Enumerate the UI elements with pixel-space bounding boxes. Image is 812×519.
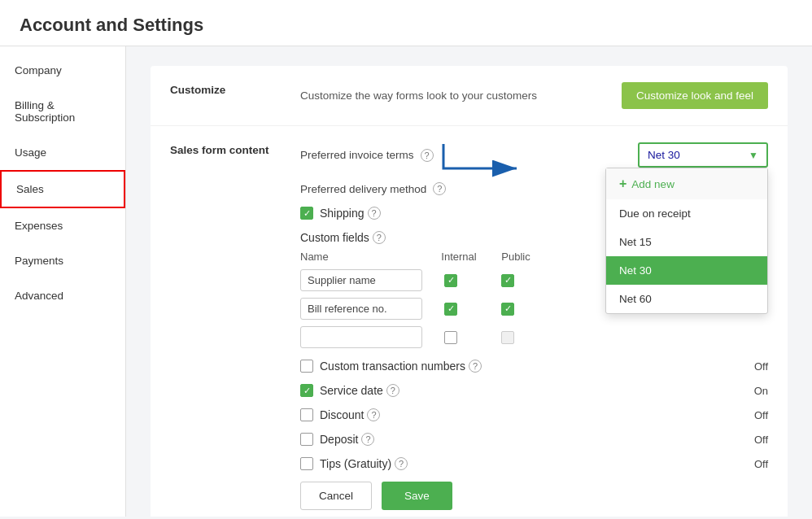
service-date-checkbox[interactable] [300, 384, 313, 397]
delivery-method-label: Preferred delivery method [300, 183, 426, 195]
invoice-terms-dropdown-menu: + Add new Due on receipt Net 15 [605, 168, 768, 314]
deposit-status: Off [754, 434, 768, 446]
cf-col-public: Public [487, 251, 544, 263]
save-button[interactable]: Save [382, 482, 452, 510]
toggle-custom-transaction: Custom transaction numbers ? Off [300, 360, 768, 373]
cf-col-name: Name [300, 251, 430, 263]
invoice-terms-help-icon[interactable]: ? [421, 149, 434, 162]
plus-icon: + [619, 177, 626, 191]
custom-transaction-label: Custom transaction numbers [320, 360, 465, 373]
footer-buttons: Cancel Save [300, 482, 768, 510]
delivery-method-help-icon[interactable]: ? [433, 182, 446, 195]
discount-checkbox[interactable] [300, 408, 313, 421]
dropdown-add-new[interactable]: + Add new [606, 168, 767, 199]
sidebar: Company Billing & Subscription Usage Sal… [0, 46, 126, 517]
cf-row3-internal-checkbox[interactable] [444, 331, 457, 344]
invoice-terms-dropdown[interactable]: Net 30 ▼ [638, 142, 768, 168]
customize-section: Customize Customize the way forms look t… [151, 66, 788, 126]
dropdown-due-on-receipt[interactable]: Due on receipt [606, 199, 767, 228]
toggle-service-date: Service date ? On [300, 384, 768, 397]
invoice-terms-label: Preferred invoice terms [300, 149, 414, 161]
tips-checkbox[interactable] [300, 457, 313, 470]
shipping-label: Shipping [320, 207, 365, 220]
sales-form-label: Sales form content [170, 144, 269, 156]
service-date-status: On [754, 385, 768, 397]
cf-input-3[interactable] [300, 326, 422, 348]
cf-row2-public-checkbox[interactable] [501, 303, 514, 316]
cf-input-1[interactable] [300, 269, 422, 291]
sales-form-section: Sales form content Preferred invoice ter… [151, 126, 788, 517]
sidebar-item-usage[interactable]: Usage [0, 135, 125, 170]
discount-status: Off [754, 409, 768, 421]
customize-look-feel-button[interactable]: Customize look and feel [622, 82, 768, 109]
deposit-help-icon[interactable]: ? [361, 433, 374, 446]
cf-input-2[interactable] [300, 298, 422, 320]
discount-label: Discount [320, 408, 364, 421]
custom-fields-label: Custom fields [300, 231, 369, 244]
service-date-help-icon[interactable]: ? [386, 384, 399, 397]
dropdown-net-30[interactable]: Net 30 [606, 256, 767, 285]
sidebar-item-expenses[interactable]: Expenses [0, 208, 125, 243]
customize-label: Customize [170, 84, 225, 96]
toggle-deposit: Deposit ? Off [300, 433, 768, 446]
toggle-tips: Tips (Gratuity) ? Off [300, 457, 768, 470]
main-content: Customize Customize the way forms look t… [126, 46, 812, 517]
shipping-checkbox[interactable] [300, 207, 313, 220]
invoice-terms-value: Net 30 [648, 149, 742, 161]
sidebar-item-advanced[interactable]: Advanced [0, 278, 125, 313]
cf-row1-internal-checkbox[interactable] [444, 274, 457, 287]
cf-row2-internal-checkbox[interactable] [444, 303, 457, 316]
dropdown-net-60[interactable]: Net 60 [606, 285, 767, 313]
customize-description: Customize the way forms look to your cus… [300, 89, 537, 102]
cf-col-internal: Internal [430, 251, 487, 263]
sidebar-item-billing[interactable]: Billing & Subscription [0, 88, 125, 135]
deposit-checkbox[interactable] [300, 433, 313, 446]
tips-help-icon[interactable]: ? [395, 457, 408, 470]
cf-row3-public-checkbox[interactable] [501, 331, 514, 344]
sidebar-item-company[interactable]: Company [0, 53, 125, 88]
custom-transaction-checkbox[interactable] [300, 360, 313, 373]
service-date-label: Service date [320, 384, 383, 397]
toggle-discount: Discount ? Off [300, 408, 768, 421]
sidebar-item-sales[interactable]: Sales [0, 170, 125, 208]
dropdown-net-15[interactable]: Net 15 [606, 228, 767, 256]
tips-label: Tips (Gratuity) [320, 457, 391, 470]
custom-transaction-help-icon[interactable]: ? [469, 360, 482, 373]
page-title: Account and Settings [0, 0, 812, 46]
cancel-button[interactable]: Cancel [300, 482, 372, 510]
custom-transaction-status: Off [754, 360, 768, 373]
cf-row-3 [300, 326, 768, 348]
deposit-label: Deposit [320, 433, 358, 446]
cf-row1-public-checkbox[interactable] [501, 274, 514, 287]
dropdown-arrow-icon: ▼ [749, 150, 758, 161]
shipping-help-icon[interactable]: ? [368, 207, 381, 220]
custom-fields-help-icon[interactable]: ? [373, 231, 386, 244]
sidebar-item-payments[interactable]: Payments [0, 243, 125, 278]
tips-status: Off [754, 458, 768, 470]
discount-help-icon[interactable]: ? [367, 408, 380, 421]
